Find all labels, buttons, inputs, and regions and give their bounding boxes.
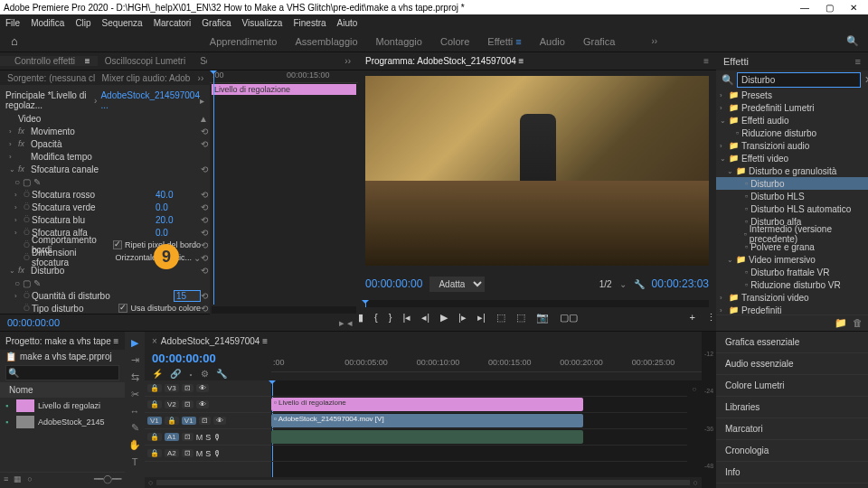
timeline-tab[interactable]: AdobeStock_214597004 ≡: [161, 336, 268, 346]
menu-clip[interactable]: Clip: [75, 18, 90, 28]
panel-menu-icon[interactable]: ≡: [703, 56, 709, 66]
extract-icon[interactable]: ⬚: [516, 312, 525, 324]
menu-sequence[interactable]: Sequenza: [102, 18, 143, 28]
blur-red-param[interactable]: ›ÖSfocatura rosso40.0⟲: [0, 188, 210, 201]
track-v1[interactable]: V1🔒V1⊡👁: [145, 413, 271, 429]
tree-item[interactable]: ▫Disturbo frattale VR: [716, 266, 868, 278]
column-name[interactable]: Nome: [0, 382, 125, 398]
tree-item[interactable]: ›📁Predefiniti Lumetri: [716, 101, 868, 114]
minimize-button[interactable]: —: [800, 3, 809, 13]
hand-tool-icon[interactable]: ✋: [128, 439, 141, 451]
motion-effect[interactable]: ›fxMovimento⟲: [0, 125, 210, 137]
tree-item[interactable]: ▫Riduzione disturbo: [716, 127, 868, 139]
project-item[interactable]: ▪AdobeStock_2145: [0, 414, 125, 430]
prev-marker-icon[interactable]: |◂: [402, 312, 410, 324]
workspace-graphics[interactable]: Grafica: [583, 36, 615, 47]
tree-item[interactable]: ⌄📁Disturbo e granulosità: [716, 164, 868, 177]
panel-overflow[interactable]: ››: [337, 56, 358, 66]
tree-item[interactable]: ›📁Predefiniti: [716, 304, 868, 314]
tree-item[interactable]: ▫Disturbo HLS automatico: [716, 202, 868, 215]
tree-item[interactable]: ▫Intermedio (versione precedente): [716, 228, 868, 240]
menu-markers[interactable]: Marcatori: [154, 18, 192, 28]
razor-tool-icon[interactable]: ✂: [131, 389, 139, 400]
project-tab[interactable]: Progetto: make a vhs tape ≡: [5, 336, 118, 346]
tree-item[interactable]: ›📁Transizioni audio: [716, 139, 868, 152]
tree-item[interactable]: ⌄📁Effetti audio: [716, 114, 868, 127]
panel-essential-sound[interactable]: Audio essenziale: [716, 353, 868, 375]
marker-icon[interactable]: ⬩: [188, 369, 193, 379]
tree-item[interactable]: ⌄📁Video immersivo: [716, 253, 868, 266]
snap-icon[interactable]: ⚡: [152, 369, 163, 379]
clip-video[interactable]: ▫ AdobeStock_214597004.mov [V]: [271, 414, 583, 427]
workspace-learning[interactable]: Apprendimento: [210, 36, 278, 47]
time-remap-effect[interactable]: ›Modifica tempo: [0, 150, 210, 163]
tree-item[interactable]: ▫Riduzione disturbo VR: [716, 278, 868, 291]
effects-search-input[interactable]: [737, 72, 861, 88]
panel-libraries[interactable]: Libraries: [716, 397, 868, 418]
tab-source-2[interactable]: Sorgente: (nessuna clip): [0, 73, 95, 83]
panel-menu-icon[interactable]: ≡: [855, 56, 861, 67]
play-icon[interactable]: ▶: [440, 312, 448, 324]
mini-ruler[interactable]: :00 00:00:15:00: [210, 70, 358, 83]
menu-graphics[interactable]: Grafica: [202, 18, 231, 28]
workspace-color[interactable]: Colore: [440, 36, 469, 47]
project-bin[interactable]: 📋make a vhs tape.prproj: [0, 350, 125, 363]
workspace-assembly[interactable]: Assemblaggio: [295, 36, 357, 47]
icon-view-icon[interactable]: ▦: [14, 474, 22, 486]
mini-scrollbar[interactable]: [212, 306, 356, 314]
adj-layer-clip[interactable]: Livello di regolazione: [212, 84, 356, 95]
link-icon[interactable]: 🔗: [170, 369, 181, 379]
panel-history[interactable]: Cronologia: [716, 440, 868, 462]
home-icon[interactable]: ⌂: [0, 34, 29, 48]
project-search-input[interactable]: [5, 365, 119, 380]
channel-blur-effect[interactable]: ⌄fxSfocatura canale⟲: [0, 163, 210, 175]
project-item[interactable]: ▪Livello di regolazi: [0, 398, 125, 414]
clear-icon[interactable]: ✕: [864, 74, 868, 86]
video-preview[interactable]: [365, 76, 709, 266]
ripple-edit-icon[interactable]: ⇆: [131, 371, 139, 383]
wrench-icon[interactable]: 🔧: [634, 279, 645, 289]
scrub-bar[interactable]: [365, 300, 709, 307]
panel-lumetri-color[interactable]: Colore Lumetri: [716, 375, 868, 397]
tab-lumetri-scopes[interactable]: Oscilloscopi Lumetri: [98, 56, 193, 66]
effects-tab[interactable]: Effetti: [723, 56, 749, 67]
list-view-icon[interactable]: ≡: [4, 474, 8, 486]
opacity-effect[interactable]: ›fxOpacità⟲: [0, 137, 210, 150]
zoom-select[interactable]: Adatta: [429, 277, 485, 292]
out-point-icon[interactable]: }: [389, 312, 392, 323]
video-section[interactable]: Video▲: [0, 112, 210, 125]
compare-icon[interactable]: ▢▢: [560, 312, 578, 324]
panel-overflow[interactable]: ››: [191, 73, 210, 83]
step-fwd-icon[interactable]: |▸: [458, 312, 467, 324]
lift-icon[interactable]: ⬚: [496, 312, 505, 324]
noise-mask-shapes[interactable]: ○ ▢ ✎: [0, 277, 210, 289]
noise-amount-param[interactable]: ›ÖQuantità di disturbo⟲: [0, 289, 210, 302]
close-button[interactable]: ✕: [850, 3, 857, 13]
panel-markers[interactable]: Marcatori: [716, 418, 868, 440]
sequence-link[interactable]: AdobeStock_214597004 ...: [100, 90, 200, 110]
noise-type-param[interactable]: ÖTipo disturboUsa disturbo colore⟲: [0, 302, 210, 314]
noise-effect[interactable]: ⌄fxDisturbo⟲: [0, 264, 210, 277]
selection-tool-icon[interactable]: ▶: [131, 337, 138, 349]
page-indicator[interactable]: 1/2: [599, 279, 612, 289]
zoom-out-icon[interactable]: ○: [148, 478, 153, 487]
zoom-in-icon[interactable]: ○: [693, 478, 698, 487]
menu-window[interactable]: Finestra: [293, 18, 326, 28]
workspace-audio[interactable]: Audio: [540, 36, 565, 47]
track-v3[interactable]: 🔒V3⊡👁: [145, 380, 271, 397]
track-a2[interactable]: 🔒A2⊡MS🎙: [145, 446, 271, 462]
pen-tool-icon[interactable]: ✎: [131, 422, 139, 434]
blur-green-param[interactable]: ›ÖSfocatura verde0.0⟲: [0, 201, 210, 213]
panel-essential-graphics[interactable]: Grafica essenziale: [716, 332, 868, 353]
workspace-overflow[interactable]: ››: [651, 36, 657, 46]
in-point-icon[interactable]: {: [374, 312, 378, 323]
panel-info[interactable]: Info: [716, 462, 868, 483]
mini-playhead[interactable]: [213, 70, 214, 305]
menu-view[interactable]: Visualizza: [242, 18, 283, 28]
current-timecode[interactable]: 00:00:00:00: [365, 277, 422, 290]
maximize-button[interactable]: ▢: [826, 3, 834, 13]
type-tool-icon[interactable]: T: [132, 456, 138, 467]
tree-item[interactable]: ▫Disturbo: [716, 177, 868, 190]
tree-item[interactable]: ▫Disturbo HLS: [716, 190, 868, 202]
track-a1[interactable]: 🔒A1⊡MS🎙: [145, 429, 271, 446]
